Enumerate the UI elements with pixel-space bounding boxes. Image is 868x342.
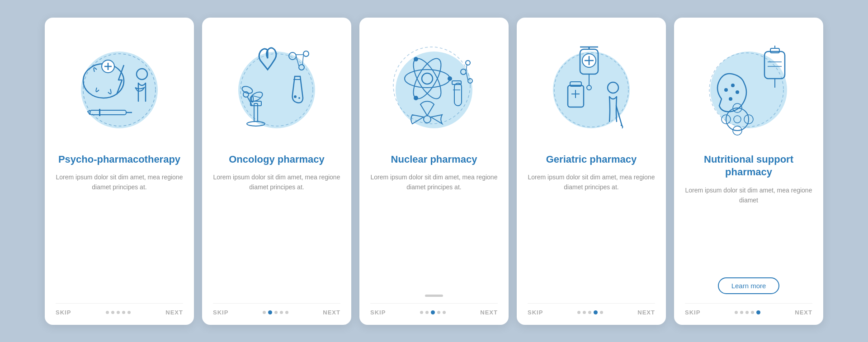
svg-point-47: [587, 85, 591, 90]
nuclear-icon: [380, 31, 488, 149]
svg-point-17: [298, 97, 300, 99]
svg-point-57: [608, 82, 618, 93]
dot-3-4[interactable]: [437, 311, 440, 314]
pagination-dots-4: [577, 310, 603, 314]
svg-point-34: [414, 96, 418, 100]
oncology-icon: [222, 31, 331, 149]
card-2-footer: SKIP NEXT: [213, 303, 340, 316]
svg-line-12: [296, 56, 299, 66]
card-nutritional: Nutritional support pharmacy Lorem ipsum…: [674, 18, 823, 325]
svg-point-20: [241, 85, 253, 94]
dot-4-4[interactable]: [594, 310, 598, 314]
card-1-illustration: [65, 31, 174, 149]
skip-button-3[interactable]: SKIP: [370, 309, 386, 316]
pagination-dots-2: [263, 310, 288, 314]
dot-4[interactable]: [122, 311, 125, 314]
dot-4-2[interactable]: [583, 311, 586, 314]
card-5-illustration: [694, 31, 803, 149]
dot-3[interactable]: [117, 311, 120, 314]
dot-4-1[interactable]: [577, 311, 580, 314]
dot-4-3[interactable]: [588, 311, 591, 314]
skip-button-2[interactable]: SKIP: [213, 309, 228, 316]
card-4-footer: SKIP NEXT: [528, 303, 655, 316]
card-nuclear: Nuclear pharmacy Lorem ipsum dolor sit d…: [359, 18, 509, 325]
scroll-indicator: [425, 295, 443, 297]
card-4-title: Geriatric pharmacy: [546, 153, 637, 166]
cards-container: Psycho-pharmacotherapy Lorem ipsum dolor…: [31, 4, 837, 338]
next-button-4[interactable]: NEXT: [637, 309, 655, 316]
next-button-2[interactable]: NEXT: [323, 309, 340, 316]
dot-5-4[interactable]: [751, 311, 754, 314]
dot-5-1[interactable]: [735, 311, 738, 314]
svg-line-42: [466, 72, 468, 80]
svg-rect-61: [770, 48, 779, 53]
card-5-title: Nutritional support pharmacy: [685, 153, 812, 179]
nutritional-icon: [694, 31, 803, 149]
card-5-text: Lorem ipsum dolor sit dim amet, mea regi…: [685, 185, 812, 277]
dot-2[interactable]: [111, 311, 114, 314]
card-psychopharmacotherapy: Psycho-pharmacotherapy Lorem ipsum dolor…: [45, 18, 194, 325]
next-button-5[interactable]: NEXT: [795, 309, 812, 316]
svg-point-67: [736, 90, 739, 94]
svg-point-16: [294, 95, 297, 98]
svg-rect-5: [90, 110, 126, 115]
svg-point-33: [414, 57, 418, 61]
svg-point-40: [468, 79, 472, 83]
svg-rect-36: [454, 83, 462, 106]
svg-rect-7: [99, 109, 100, 116]
learn-more-button[interactable]: Learn more: [718, 277, 780, 294]
dot-2-4[interactable]: [280, 311, 283, 314]
card-1-text: Lorem ipsum dolor sit dim amet, mea regi…: [56, 172, 183, 298]
card-2-text: Lorem ipsum dolor sit dim amet, mea regi…: [213, 172, 340, 298]
card-3-illustration: [380, 31, 488, 149]
card-5-footer: SKIP NEXT: [685, 303, 812, 316]
card-1-title: Psycho-pharmacotherapy: [58, 153, 180, 166]
dot-5-2[interactable]: [740, 311, 743, 314]
svg-point-39: [461, 69, 466, 75]
svg-point-44: [393, 47, 470, 124]
skip-button-4[interactable]: SKIP: [528, 309, 543, 316]
next-button[interactable]: NEXT: [165, 309, 183, 316]
svg-point-29: [405, 70, 450, 88]
card-3-title: Nuclear pharmacy: [391, 153, 477, 166]
dot-2-1[interactable]: [263, 311, 266, 314]
svg-rect-59: [764, 52, 785, 79]
pagination-dots-5: [735, 310, 760, 314]
psycho-icon: [65, 31, 174, 149]
card-4-text: Lorem ipsum dolor sit dim amet, mea regi…: [528, 172, 655, 298]
dot-3-2[interactable]: [425, 311, 429, 314]
card-2-illustration: [222, 31, 331, 149]
dot-4-5[interactable]: [600, 311, 603, 314]
svg-point-35: [424, 116, 431, 123]
svg-point-24: [247, 122, 265, 126]
dot-5-5[interactable]: [756, 310, 760, 314]
svg-point-74: [734, 116, 741, 123]
svg-point-4: [137, 69, 147, 80]
dot-3-3[interactable]: [431, 310, 435, 314]
dot-3-5[interactable]: [443, 311, 446, 314]
pagination-dots-3: [420, 310, 446, 314]
skip-button-5[interactable]: SKIP: [685, 309, 700, 316]
dot-2-3[interactable]: [274, 311, 278, 314]
card-geriatric: Geriatric pharmacy Lorem ipsum dolor sit…: [517, 18, 666, 325]
svg-point-11: [303, 51, 309, 56]
dot-3-1[interactable]: [420, 311, 423, 314]
card-3-text: Lorem ipsum dolor sit dim amet, mea regi…: [370, 172, 498, 291]
next-button-3[interactable]: NEXT: [480, 309, 498, 316]
card-oncology: Oncology pharmacy Lorem ipsum dolor sit …: [202, 18, 351, 325]
pagination-dots: [106, 311, 131, 314]
skip-button[interactable]: SKIP: [56, 309, 71, 316]
svg-point-32: [448, 76, 452, 81]
svg-point-41: [466, 61, 470, 65]
dot-5[interactable]: [127, 311, 131, 314]
dot-5-3[interactable]: [745, 311, 749, 314]
dot-2-5[interactable]: [285, 311, 288, 314]
svg-point-68: [729, 97, 732, 101]
svg-point-65: [724, 88, 728, 92]
card-2-title: Oncology pharmacy: [229, 153, 325, 166]
card-1-footer: SKIP NEXT: [56, 303, 183, 316]
geriatric-icon: [537, 31, 646, 149]
dot-1[interactable]: [106, 311, 109, 314]
dot-2-2[interactable]: [268, 310, 272, 314]
svg-line-14: [302, 56, 303, 65]
